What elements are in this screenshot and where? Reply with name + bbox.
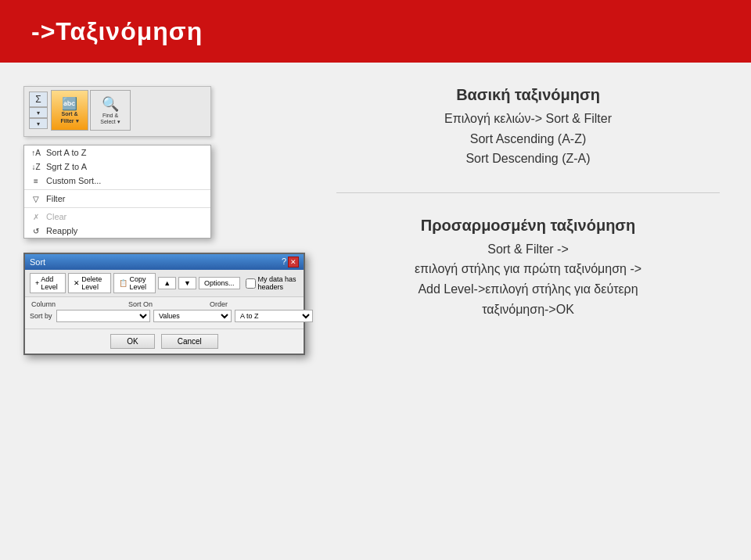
menu-label-sort-az: Sort A to Z [46, 148, 86, 157]
left-panel: Σ ▾ ▾ 🔤 Sort &Filter ▾ 🔍 Find &Select ▾ … [0, 63, 305, 560]
advanced-line4: ταξινόμηση->ΟΚ [482, 303, 574, 316]
sort-dialog-controls: ? ✕ [282, 257, 299, 267]
sortby-column-select[interactable] [56, 310, 150, 322]
down-button[interactable]: ▼ [178, 277, 196, 289]
sort-table-row: Sort by Values A to Z [30, 310, 299, 322]
clear-icon: ✗ [31, 213, 41, 221]
add-icon: + [35, 279, 39, 287]
sort-dialog-footer: OK Cancel [25, 328, 304, 354]
sort-dialog-titlebar: Sort ? ✕ [25, 254, 304, 270]
reapply-icon: ↺ [31, 227, 41, 235]
menu-item-clear: ✗ Clear [24, 210, 210, 224]
menu-label-filter: Filter [46, 194, 65, 203]
basic-line1: Επιλογή κελιών-> Sort & Filter [444, 112, 612, 125]
cancel-button[interactable]: Cancel [161, 334, 218, 349]
sort-filter-label: Sort &Filter ▾ [60, 111, 78, 124]
sort-az-icon: ↑A [31, 149, 41, 157]
advanced-text: Sort & Filter -> επιλογή στήλης για πρώτ… [336, 239, 720, 319]
find-icon: 🔍 [102, 95, 119, 113]
ok-button[interactable]: OK [110, 334, 154, 349]
menu-label-sort-za: Sgrt Z to A [46, 162, 87, 171]
menu-item-filter[interactable]: ▽ Filter [24, 192, 210, 206]
sortby-label: Sort by [30, 312, 53, 320]
sort-filter-icon: 🔤 [62, 96, 77, 111]
menu-item-reapply[interactable]: ↺ Reapply [24, 224, 210, 238]
find-select-button[interactable]: 🔍 Find &Select ▾ [90, 90, 131, 131]
menu-label-clear: Clear [46, 212, 66, 221]
ribbon-top: Σ ▾ ▾ 🔤 Sort &Filter ▾ 🔍 Find &Select ▾ [27, 90, 207, 131]
copy-icon: 📋 [119, 279, 128, 287]
custom-sort-icon: ≡ [31, 177, 41, 185]
sigma-small-button[interactable]: ▾ [29, 107, 48, 118]
header-bar: ->Ταξινόμηση [0, 0, 751, 63]
advanced-section: Προσαρμοσμένη ταξινόμηση Sort & Filter -… [336, 217, 720, 319]
down-arrow-icon: ▼ [184, 279, 191, 287]
up-arrow-icon: ▲ [163, 279, 171, 287]
advanced-line1: Sort & Filter -> [487, 242, 569, 256]
right-panel: Βασική ταξινόμηση Επιλογή κελιών-> Sort … [305, 63, 751, 560]
delete-icon: ✕ [74, 279, 80, 287]
sorton-header: Sort On [128, 300, 207, 308]
order-select[interactable]: A to Z [235, 310, 313, 322]
close-button[interactable]: ✕ [288, 257, 299, 267]
ribbon-snippet: Σ ▾ ▾ 🔤 Sort &Filter ▾ 🔍 Find &Select ▾ [23, 86, 211, 137]
order-header: Order [210, 300, 288, 308]
headers-checkbox[interactable] [246, 278, 256, 289]
menu-label-reapply: Reapply [46, 226, 77, 235]
page-title: ->Ταξινόμηση [31, 17, 203, 46]
headers-check[interactable]: My data has headers [246, 275, 299, 291]
copy-level-button[interactable]: 📋 Copy Level [113, 273, 156, 293]
sort-dialog-title: Sort [30, 257, 45, 267]
basic-section: Βασική ταξινόμηση Επιλογή κελιών-> Sort … [336, 86, 720, 169]
sort-dialog-toolbar: + Add Level ✕ Delete Level 📋 Copy Level … [25, 270, 304, 297]
sort-za-icon: ↓Z [31, 163, 41, 171]
sorton-select[interactable]: Values [153, 310, 232, 322]
menu-separator-2 [24, 207, 210, 208]
help-icon: ? [282, 257, 286, 267]
delete-level-button[interactable]: ✕ Delete Level [68, 273, 111, 293]
basic-title: Βασική ταξινόμηση [336, 86, 720, 104]
find-label: Find &Select ▾ [100, 113, 120, 126]
advanced-line2: επιλογή στήλης για πρώτη ταξινόμηση -> [415, 262, 641, 275]
options-button[interactable]: Options... [199, 277, 240, 289]
menu-label-custom-sort: Custom Sort... [46, 176, 101, 185]
advanced-line3: Add Level->επιλογή στήλης για δεύτερη [418, 282, 638, 296]
sort-table-header: Column Sort On Order [30, 300, 299, 308]
menu-item-sort-az[interactable]: ↑A Sort A to Z [24, 145, 210, 160]
basic-line2: Sort Ascending (A-Z) [470, 132, 587, 145]
sort-menu: ↑A Sort A to Z ↓Z Sgrt Z to A ≡ Custom S… [23, 145, 211, 239]
up-button[interactable]: ▲ [158, 277, 176, 289]
menu-separator-1 [24, 189, 210, 190]
menu-item-sort-za[interactable]: ↓Z Sgrt Z to A [24, 160, 210, 174]
main-content: Σ ▾ ▾ 🔤 Sort &Filter ▾ 🔍 Find &Select ▾ … [0, 63, 751, 560]
sigma-button[interactable]: Σ [29, 92, 48, 107]
sort-dialog-table: Column Sort On Order Sort by Values A to… [25, 297, 304, 328]
divider [336, 192, 720, 193]
add-level-button[interactable]: + Add Level [30, 273, 66, 293]
sigma-block: Σ ▾ ▾ [27, 90, 49, 131]
filter-icon: ▽ [31, 195, 41, 203]
basic-line3: Sort Descending (Z-A) [465, 152, 590, 165]
column-header: Column [31, 300, 125, 308]
menu-item-custom-sort[interactable]: ≡ Custom Sort... [24, 174, 210, 188]
sort-filter-button[interactable]: 🔤 Sort &Filter ▾ [51, 90, 88, 131]
basic-text: Επιλογή κελιών-> Sort & Filter Sort Asce… [336, 109, 720, 169]
sigma-small-button2[interactable]: ▾ [29, 118, 48, 129]
advanced-title: Προσαρμοσμένη ταξινόμηση [336, 217, 720, 235]
sort-dialog: Sort ? ✕ + Add Level ✕ Delete Level 📋 Co… [23, 253, 305, 355]
